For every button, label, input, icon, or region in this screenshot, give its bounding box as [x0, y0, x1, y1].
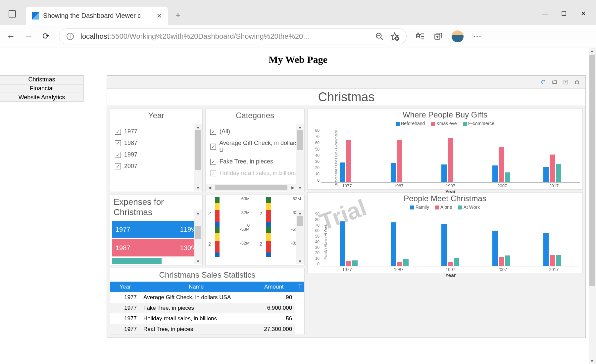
- bar[interactable]: [340, 162, 345, 182]
- bar[interactable]: [505, 172, 510, 182]
- open-icon[interactable]: [552, 79, 558, 85]
- bar[interactable]: [543, 167, 549, 182]
- sidebar-item-financial[interactable]: Financial: [0, 84, 83, 93]
- bar[interactable]: [441, 224, 447, 266]
- bar[interactable]: [492, 165, 498, 182]
- bar[interactable]: [346, 140, 351, 183]
- scroll-down-icon[interactable]: ▼: [297, 258, 303, 264]
- year-option[interactable]: 1997: [115, 151, 198, 158]
- scrollbar[interactable]: ▲▼: [296, 210, 304, 264]
- scroll-down-icon[interactable]: ▼: [195, 258, 201, 264]
- bar[interactable]: [403, 259, 409, 266]
- year-option[interactable]: 2007: [115, 163, 198, 170]
- x-axis-ticks: 19771987199720072017: [321, 267, 580, 272]
- scroll-up-icon[interactable]: ▲: [195, 210, 201, 216]
- bar[interactable]: [550, 255, 555, 266]
- zoom-out-icon[interactable]: [375, 32, 384, 41]
- bar[interactable]: [448, 262, 453, 266]
- address-bar[interactable]: i localhost:5500/Working%20with%20Dashbo…: [59, 28, 407, 44]
- bar[interactable]: [346, 261, 351, 266]
- scrollbar[interactable]: ▲▼: [194, 210, 202, 264]
- category-option[interactable]: Fake Tree, in pieces: [210, 158, 300, 165]
- fullscreen-icon[interactable]: [574, 79, 580, 85]
- scrollbar[interactable]: ▲▼: [194, 124, 202, 191]
- table-row[interactable]: 1977Holiday retail sales, in billions56: [110, 313, 304, 324]
- scroll-down-icon[interactable]: ▼: [590, 359, 594, 363]
- scroll-up-icon[interactable]: ▲: [297, 210, 303, 216]
- checkbox-icon[interactable]: [210, 144, 216, 150]
- table-header[interactable]: Name: [140, 282, 252, 292]
- checkbox-icon[interactable]: [115, 152, 121, 158]
- bar[interactable]: [543, 233, 549, 266]
- scrollbar[interactable]: ▲▼: [296, 124, 304, 191]
- scroll-down-icon[interactable]: ▼: [195, 185, 201, 191]
- scroll-up-icon[interactable]: ▲: [195, 124, 201, 130]
- bar[interactable]: [454, 258, 459, 266]
- checkbox-icon[interactable]: [210, 170, 216, 176]
- favorite-icon[interactable]: [390, 32, 399, 41]
- tab-actions-icon[interactable]: [9, 10, 16, 18]
- new-tab-button[interactable]: +: [175, 10, 180, 20]
- expense-row[interactable]: 1987130%: [112, 239, 200, 256]
- bar[interactable]: [441, 164, 447, 182]
- checkbox-icon[interactable]: [115, 163, 121, 169]
- table-row[interactable]: 1977Fake Tree, in pieces6,900,000: [110, 303, 304, 313]
- bar[interactable]: [403, 182, 409, 182]
- sidebar-item-website-analytics[interactable]: Website Analytics: [0, 93, 83, 102]
- scrollbar-horizontal[interactable]: ◀▶: [206, 184, 296, 191]
- bar[interactable]: [454, 182, 459, 182]
- refresh-dashboard-icon[interactable]: [540, 79, 546, 85]
- scroll-left-icon[interactable]: ◀: [206, 185, 213, 190]
- bar[interactable]: [499, 147, 504, 182]
- year-option[interactable]: 1987: [115, 140, 198, 147]
- browser-tab[interactable]: Showing the Dashboard Viewer c ✕: [26, 7, 168, 25]
- checkbox-icon[interactable]: [115, 129, 121, 135]
- table-header[interactable]: Year: [110, 282, 140, 292]
- maximize-icon[interactable]: ☐: [561, 11, 567, 17]
- category-option[interactable]: (All): [210, 128, 300, 135]
- site-info-icon[interactable]: i: [67, 33, 74, 40]
- bar[interactable]: [448, 138, 453, 182]
- checkbox-icon[interactable]: [210, 159, 216, 165]
- bar[interactable]: [556, 255, 561, 266]
- back-button[interactable]: ←: [7, 31, 15, 41]
- checkbox-icon[interactable]: [115, 140, 121, 146]
- year-option[interactable]: 1977: [115, 128, 198, 135]
- refresh-button[interactable]: ⟳: [42, 31, 50, 41]
- scroll-up-icon[interactable]: ▲: [297, 124, 303, 130]
- bar[interactable]: [352, 260, 358, 266]
- bar[interactable]: [340, 221, 345, 266]
- scroll-right-icon[interactable]: ▶: [289, 185, 296, 190]
- minimize-icon[interactable]: —: [542, 11, 548, 17]
- bar[interactable]: [397, 262, 402, 266]
- bar[interactable]: [556, 164, 561, 182]
- export-icon[interactable]: [563, 79, 569, 85]
- expense-row[interactable]: 1977119%: [112, 221, 200, 238]
- sidebar-item-christmas[interactable]: Christmas: [0, 75, 83, 84]
- bar[interactable]: [492, 231, 498, 266]
- favorites-list-icon[interactable]: [416, 32, 424, 41]
- bar[interactable]: [550, 155, 555, 182]
- menu-button[interactable]: ⋯: [473, 31, 481, 41]
- close-window-icon[interactable]: ✕: [580, 11, 586, 17]
- category-option[interactable]: Average Gift Check, in dollars U: [210, 140, 300, 154]
- bar[interactable]: [397, 140, 402, 182]
- category-option[interactable]: Holiday retail sales, in billions: [210, 170, 300, 177]
- page-scrollbar[interactable]: ▲ ▼: [589, 48, 596, 364]
- bar[interactable]: [391, 163, 396, 182]
- table-row[interactable]: 1977Real Tree, in pieces27,300,000: [110, 324, 304, 335]
- bar[interactable]: [499, 257, 504, 266]
- bar[interactable]: [391, 222, 396, 266]
- profile-avatar[interactable]: [452, 30, 464, 42]
- bar[interactable]: [505, 255, 510, 266]
- bar-group: [492, 231, 510, 266]
- table-header[interactable]: Amount: [252, 282, 295, 292]
- checkbox-icon[interactable]: [210, 129, 216, 135]
- collections-icon[interactable]: [434, 32, 442, 41]
- scroll-up-icon[interactable]: ▲: [590, 49, 594, 53]
- expense-row[interactable]: [112, 258, 162, 264]
- scroll-down-icon[interactable]: ▼: [297, 185, 303, 191]
- table-row[interactable]: 1977Average Gift Check, in dollars USA90: [110, 292, 304, 303]
- close-tab-icon[interactable]: ✕: [157, 12, 162, 20]
- table-header[interactable]: T: [295, 282, 304, 292]
